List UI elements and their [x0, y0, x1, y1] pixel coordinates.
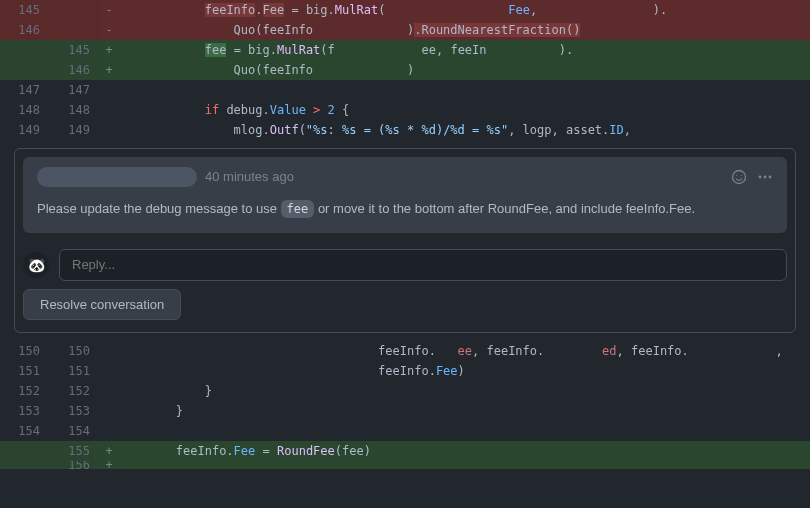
svg-point-1 — [736, 175, 737, 176]
comment-header: 40 minutes ago — [37, 167, 773, 187]
old-line-number[interactable]: 145 — [0, 0, 50, 20]
code-token: feeInfo. — [118, 444, 234, 458]
code-line[interactable]: Quo(feeInfo ) — [118, 60, 810, 80]
code-line[interactable] — [118, 461, 810, 469]
code-token: . — [255, 3, 262, 17]
new-line-number[interactable]: 145 — [50, 40, 100, 60]
new-line-number[interactable]: 153 — [50, 401, 100, 421]
resolve-conversation-button[interactable]: Resolve conversation — [23, 289, 181, 320]
code-line[interactable]: if debug.Value > 2 { — [118, 100, 810, 120]
new-line-number[interactable] — [50, 0, 100, 20]
review-comment: 40 minutes agoPlease update the debug me… — [23, 157, 787, 233]
new-line-number[interactable]: 151 — [50, 361, 100, 381]
code-token — [255, 444, 262, 458]
code-token — [118, 83, 125, 97]
old-line-number[interactable]: 150 — [0, 341, 50, 361]
diff-row: 152152 } — [0, 381, 810, 401]
code-token: RoundFee — [277, 444, 335, 458]
old-line-number[interactable] — [0, 40, 50, 60]
new-line-number[interactable]: 149 — [50, 120, 100, 140]
code-token — [118, 424, 125, 438]
diff-marker — [100, 381, 118, 401]
code-token: if — [205, 103, 219, 117]
old-line-number[interactable] — [0, 461, 50, 469]
diff-row: 146- Quo(feeInfo ).RoundNearestFraction(… — [0, 20, 810, 40]
code-token: = — [263, 444, 270, 458]
code-token: ee — [436, 344, 472, 358]
old-line-number[interactable]: 152 — [0, 381, 50, 401]
code-token — [226, 43, 233, 57]
code-token: ( — [378, 3, 508, 17]
code-token: feeInfo. — [118, 344, 436, 358]
code-token: Quo(feeInfo ) — [118, 63, 414, 77]
svg-point-4 — [764, 176, 767, 179]
code-token: , feeInfo. — [617, 344, 689, 358]
code-token: . — [328, 3, 335, 17]
code-token: (f ee, feeIn ). — [320, 43, 573, 57]
old-line-number[interactable]: 148 — [0, 100, 50, 120]
new-line-number[interactable]: 148 — [50, 100, 100, 120]
diff-row: 156+ — [0, 461, 810, 469]
code-token: Value — [270, 103, 306, 117]
old-line-number[interactable]: 151 — [0, 361, 50, 381]
code-token — [118, 461, 125, 469]
code-token: Outf — [270, 123, 299, 137]
code-line[interactable] — [118, 80, 810, 100]
svg-point-0 — [733, 171, 746, 184]
code-token: mlog. — [118, 123, 270, 137]
diff-marker — [100, 361, 118, 381]
code-token: = — [234, 43, 241, 57]
code-line[interactable]: feeInfo.Fee = RoundFee(fee) — [118, 441, 810, 461]
new-line-number[interactable] — [50, 20, 100, 40]
code-token: (fee) — [335, 444, 371, 458]
code-token: fee — [205, 43, 227, 57]
diff-marker: - — [100, 0, 118, 20]
code-line[interactable]: feeInfo. ee, feeInfo. ed, feeInfo. , — [118, 341, 810, 361]
code-line[interactable]: } — [118, 381, 810, 401]
new-line-number[interactable]: 155 — [50, 441, 100, 461]
diff-row: 146+ Quo(feeInfo ) — [0, 60, 810, 80]
code-token: ID — [609, 123, 623, 137]
code-line[interactable]: feeInfo.Fee) — [118, 361, 810, 381]
new-line-number[interactable]: 147 — [50, 80, 100, 100]
diff-row: 154154 — [0, 421, 810, 441]
code-line[interactable]: Quo(feeInfo ).RoundNearestFraction() — [118, 20, 810, 40]
code-token: = — [291, 3, 298, 17]
code-token: Fee — [436, 364, 458, 378]
diff-marker — [100, 341, 118, 361]
old-line-number[interactable]: 153 — [0, 401, 50, 421]
code-token: ) — [458, 364, 465, 378]
comment-text: Please update the debug message to use — [37, 201, 281, 216]
avatar[interactable]: 🐼 — [23, 252, 49, 278]
new-line-number[interactable]: 154 — [50, 421, 100, 441]
code-line[interactable]: mlog.Outf("%s: %s = (%s * %d)/%d = %s", … — [118, 120, 810, 140]
svg-point-5 — [769, 176, 772, 179]
old-line-number[interactable]: 147 — [0, 80, 50, 100]
new-line-number[interactable]: 146 — [50, 60, 100, 80]
old-line-number[interactable]: 146 — [0, 20, 50, 40]
comment-timestamp[interactable]: 40 minutes ago — [205, 167, 294, 187]
code-line[interactable]: feeInfo.Fee = big.MulRat( Fee, ). — [118, 0, 810, 20]
old-line-number[interactable] — [0, 441, 50, 461]
kebab-menu-icon[interactable] — [757, 169, 773, 185]
new-line-number[interactable]: 152 — [50, 381, 100, 401]
new-line-number[interactable]: 156 — [50, 461, 100, 469]
comment-author-masked[interactable] — [37, 167, 197, 187]
code-line[interactable]: } — [118, 401, 810, 421]
code-token: Quo(feeInfo ) — [118, 23, 414, 37]
code-token: , — [624, 123, 631, 137]
code-token: MulRat — [335, 3, 378, 17]
old-line-number[interactable]: 149 — [0, 120, 50, 140]
diff-marker: + — [100, 461, 118, 469]
diff-table: 145- feeInfo.Fee = big.MulRat( Fee, ).14… — [0, 0, 810, 469]
code-line[interactable]: fee = big.MulRat(f ee, feeIn ). — [118, 40, 810, 60]
code-token — [689, 344, 776, 358]
reply-input[interactable] — [59, 249, 787, 281]
old-line-number[interactable]: 154 — [0, 421, 50, 441]
new-line-number[interactable]: 150 — [50, 341, 100, 361]
diff-marker: + — [100, 40, 118, 60]
old-line-number[interactable] — [0, 60, 50, 80]
code-line[interactable] — [118, 421, 810, 441]
code-token — [118, 43, 205, 57]
add-reaction-icon[interactable] — [731, 169, 747, 185]
